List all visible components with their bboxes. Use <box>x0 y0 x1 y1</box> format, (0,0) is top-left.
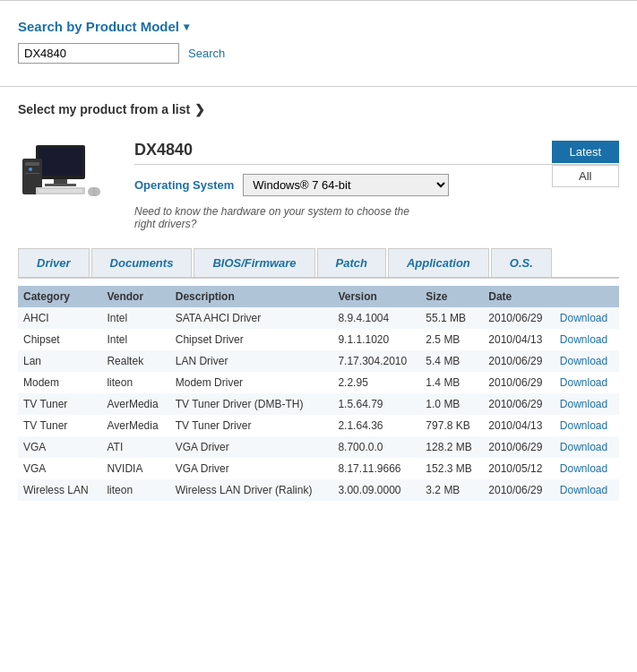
table-row: Chipset Intel Chipset Driver 9.1.1.1020 … <box>18 329 619 350</box>
cell-category: Chipset <box>18 329 101 350</box>
cell-size: 1.0 MB <box>420 393 483 415</box>
cell-version: 8.17.11.9666 <box>332 458 420 479</box>
tabs-section: Driver Documents BIOS/Firmware Patch App… <box>0 248 637 279</box>
download-link[interactable]: Download <box>560 484 607 496</box>
all-button[interactable]: All <box>552 165 619 187</box>
cell-description: Chipset Driver <box>170 329 333 350</box>
cell-description: TV Tuner Driver (DMB-TH) <box>170 393 333 415</box>
svg-rect-1 <box>39 148 82 176</box>
cell-size: 797.8 KB <box>420 415 483 436</box>
svg-point-6 <box>29 168 32 171</box>
cell-category: VGA <box>18 458 101 479</box>
tab-os[interactable]: O.S. <box>491 248 552 277</box>
cell-version: 2.2.95 <box>332 372 420 393</box>
os-select[interactable]: Windows® 7 64-bit Windows® 7 32-bit Wind… <box>243 174 449 196</box>
svg-rect-3 <box>45 184 76 186</box>
cell-date: 2010/06/29 <box>483 436 555 458</box>
cell-download: Download <box>555 415 619 436</box>
cell-vendor: ATI <box>101 436 169 458</box>
search-input[interactable] <box>18 43 179 64</box>
table-row: TV Tuner AverMedia TV Tuner Driver 2.1.6… <box>18 415 619 436</box>
cell-description: TV Tuner Driver <box>170 415 333 436</box>
cell-vendor: NVIDIA <box>101 458 169 479</box>
table-row: TV Tuner AverMedia TV Tuner Driver (DMB-… <box>18 393 619 415</box>
latest-button[interactable]: Latest <box>552 141 619 163</box>
download-link[interactable]: Download <box>560 462 607 475</box>
table-row: Modem liteon Modem Driver 2.2.95 1.4 MB … <box>18 372 619 393</box>
tab-patch[interactable]: Patch <box>317 248 386 277</box>
download-link[interactable]: Download <box>560 376 607 389</box>
table-section: Category Vendor Description Version Size… <box>0 286 637 501</box>
cell-size: 55.1 MB <box>420 307 483 329</box>
cell-download: Download <box>555 350 619 372</box>
col-action <box>555 286 619 307</box>
tab-driver[interactable]: Driver <box>18 248 90 277</box>
col-size: Size <box>420 286 483 307</box>
cell-date: 2010/06/29 <box>483 307 555 329</box>
search-button[interactable]: Search <box>188 47 225 60</box>
cell-category: AHCI <box>18 307 101 329</box>
cell-vendor: liteon <box>101 479 169 501</box>
cell-description: Modem Driver <box>170 372 333 393</box>
chevron-down-icon: ▾ <box>184 21 189 33</box>
cell-download: Download <box>555 307 619 329</box>
cell-version: 8.9.4.1004 <box>332 307 420 329</box>
cell-download: Download <box>555 329 619 350</box>
cell-version: 3.00.09.0000 <box>332 479 420 501</box>
cell-date: 2010/06/29 <box>483 479 555 501</box>
hardware-note: Need to know the hardware on your system… <box>134 205 421 230</box>
cell-vendor: Intel <box>101 307 169 329</box>
cell-vendor: AverMedia <box>101 393 169 415</box>
download-link[interactable]: Download <box>560 333 607 346</box>
arrow-right-icon: ❯ <box>194 102 205 116</box>
product-name: DX4840 <box>134 141 619 159</box>
download-link[interactable]: Download <box>560 441 607 453</box>
col-version: Version <box>332 286 420 307</box>
svg-rect-7 <box>25 173 39 174</box>
cell-date: 2010/06/29 <box>483 393 555 415</box>
cell-download: Download <box>555 436 619 458</box>
cell-size: 2.5 MB <box>420 329 483 350</box>
cell-vendor: AverMedia <box>101 415 169 436</box>
cell-size: 128.2 MB <box>420 436 483 458</box>
download-link[interactable]: Download <box>560 312 607 324</box>
cell-category: VGA <box>18 436 101 458</box>
cell-version: 2.1.64.36 <box>332 415 420 436</box>
tabs-row: Driver Documents BIOS/Firmware Patch App… <box>18 248 619 279</box>
cell-category: TV Tuner <box>18 393 101 415</box>
col-date: Date <box>483 286 555 307</box>
search-by-product-toggle[interactable]: Search by Product Model ▾ <box>18 19 189 34</box>
col-description: Description <box>170 286 333 307</box>
tab-documents[interactable]: Documents <box>91 248 193 277</box>
cell-version: 1.5.64.79 <box>332 393 420 415</box>
cell-date: 2010/06/29 <box>483 350 555 372</box>
cell-date: 2010/05/12 <box>483 458 555 479</box>
svg-rect-5 <box>25 162 39 166</box>
cell-date: 2010/06/29 <box>483 372 555 393</box>
tab-bios-firmware[interactable]: BIOS/Firmware <box>194 248 314 277</box>
cell-download: Download <box>555 372 619 393</box>
table-row: AHCI Intel SATA AHCI Driver 8.9.4.1004 5… <box>18 307 619 329</box>
select-product-label: Select my product from a list <box>18 102 190 116</box>
cell-description: Wireless LAN Driver (Ralink) <box>170 479 333 501</box>
table-header-row: Category Vendor Description Version Size… <box>18 286 619 307</box>
download-link[interactable]: Download <box>560 419 607 432</box>
drivers-table: Category Vendor Description Version Size… <box>18 286 619 501</box>
cell-description: VGA Driver <box>170 436 333 458</box>
product-image <box>18 141 116 217</box>
select-product-link[interactable]: Select my product from a list ❯ <box>18 102 205 116</box>
cell-category: Modem <box>18 372 101 393</box>
cell-version: 8.700.0.0 <box>332 436 420 458</box>
tab-application[interactable]: Application <box>388 248 489 277</box>
cell-size: 3.2 MB <box>420 479 483 501</box>
cell-date: 2010/04/13 <box>483 329 555 350</box>
svg-rect-9 <box>39 189 82 193</box>
cell-vendor: liteon <box>101 372 169 393</box>
table-row: VGA ATI VGA Driver 8.700.0.0 128.2 MB 20… <box>18 436 619 458</box>
latest-all-section: Latest All <box>552 141 619 187</box>
cell-size: 1.4 MB <box>420 372 483 393</box>
cell-category: Wireless LAN <box>18 479 101 501</box>
download-link[interactable]: Download <box>560 398 607 410</box>
download-link[interactable]: Download <box>560 355 607 367</box>
table-row: Wireless LAN liteon Wireless LAN Driver … <box>18 479 619 501</box>
